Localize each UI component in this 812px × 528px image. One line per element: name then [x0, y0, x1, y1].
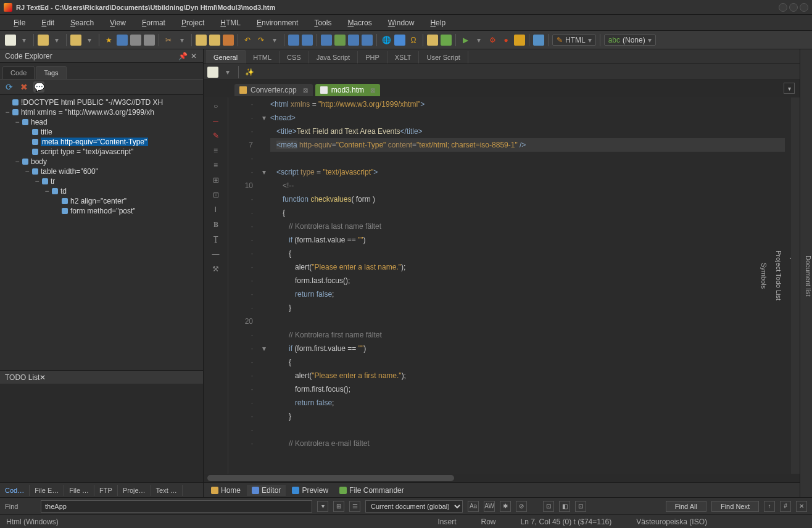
- undo-icon[interactable]: ↶: [242, 35, 253, 46]
- left-tab[interactable]: Text …: [151, 485, 183, 496]
- tool2-icon[interactable]: [334, 35, 346, 46]
- find-next-button[interactable]: Find Next: [711, 501, 759, 512]
- find-all-button[interactable]: Find All: [666, 501, 706, 512]
- menu-format[interactable]: Format: [136, 17, 172, 29]
- find-input[interactable]: [41, 500, 312, 513]
- left-tab[interactable]: Proje…: [118, 485, 151, 496]
- left-tab[interactable]: File …: [64, 485, 94, 496]
- menu-window[interactable]: Window: [382, 17, 421, 29]
- gutter-icon[interactable]: Ṯ: [211, 234, 221, 244]
- tree-node[interactable]: form method="post": [1, 206, 202, 216]
- dropdown-icon[interactable]: ▾: [269, 35, 280, 46]
- omega-icon[interactable]: Ω: [408, 35, 419, 46]
- view-tab-home[interactable]: Home: [206, 485, 246, 496]
- dropdown-icon[interactable]: ▾: [84, 35, 95, 46]
- whole-word-icon[interactable]: AW: [484, 501, 495, 512]
- wand-icon[interactable]: ✨: [244, 67, 255, 78]
- tree-node[interactable]: h2 align="center": [1, 196, 202, 206]
- todo-body[interactable]: [0, 384, 203, 482]
- find-icon[interactable]: [288, 35, 299, 46]
- left-tab[interactable]: Cod…: [0, 485, 30, 496]
- copy-icon[interactable]: [196, 35, 207, 46]
- match-case-icon[interactable]: Aa: [468, 501, 479, 512]
- tool4-icon[interactable]: [362, 35, 373, 46]
- replace-icon[interactable]: [302, 35, 313, 46]
- play-icon[interactable]: ▶: [460, 35, 471, 46]
- lang-tab-php[interactable]: PHP: [358, 51, 387, 64]
- find-scope-select[interactable]: Current document (global): [365, 500, 463, 513]
- macro-icon[interactable]: [514, 35, 525, 46]
- gutter-icon[interactable]: I: [211, 205, 221, 215]
- find-opt-icon[interactable]: ⊘: [516, 501, 527, 512]
- clipboard-icon[interactable]: [223, 35, 234, 46]
- dropdown-icon[interactable]: ▾: [51, 35, 62, 46]
- todo-close-icon[interactable]: ✕: [39, 373, 46, 382]
- gutter-icon[interactable]: ○: [211, 101, 221, 111]
- find-opt1-icon[interactable]: ⊞: [333, 501, 344, 512]
- tool5-icon[interactable]: [427, 35, 438, 46]
- find-up-icon[interactable]: ↑: [764, 501, 775, 512]
- find-opt2-icon[interactable]: ☰: [349, 501, 360, 512]
- dropdown-icon[interactable]: ▾: [176, 35, 188, 46]
- find-close-icon[interactable]: ✕: [796, 501, 807, 512]
- highlighter-dropdown[interactable]: abc (None) ▾: [604, 35, 656, 46]
- find-opt-icon[interactable]: ⊡: [543, 501, 554, 512]
- close-tab-icon[interactable]: ⊠: [370, 87, 375, 94]
- tree-node[interactable]: −html xmlns = "http://www.w3.org/1999/xh: [1, 107, 202, 117]
- language-dropdown[interactable]: ✎ HTML ▾: [552, 35, 596, 46]
- gutter-icon[interactable]: ✎: [211, 131, 221, 141]
- gutter-icon[interactable]: ─: [211, 116, 221, 126]
- minimap-scroll[interactable]: [791, 97, 800, 474]
- close-tab-icon[interactable]: ⊠: [303, 87, 308, 94]
- split-icon[interactable]: [533, 35, 544, 46]
- menu-project[interactable]: Project: [175, 17, 210, 29]
- view-tab-file-commander[interactable]: File Commander: [334, 485, 409, 496]
- new-doc-icon[interactable]: [207, 67, 218, 78]
- browser-icon[interactable]: [394, 35, 405, 46]
- gutter-icon[interactable]: ≡: [211, 160, 221, 170]
- tag-tree[interactable]: !DOCTYPE html PUBLIC "-//W3C//DTD XH−htm…: [0, 95, 203, 370]
- tree-node[interactable]: −body: [1, 157, 202, 167]
- minimize-button[interactable]: [779, 3, 787, 12]
- tree-node[interactable]: −tr: [1, 176, 202, 186]
- tree-node[interactable]: −table width="600": [1, 167, 202, 176]
- saveall-icon[interactable]: [117, 35, 128, 46]
- tree-node[interactable]: !DOCTYPE html PUBLIC "-//W3C//DTD XH: [1, 97, 202, 107]
- file-tab[interactable]: Converter.cpp⊠: [234, 84, 313, 96]
- find-count-icon[interactable]: #: [780, 501, 791, 512]
- lang-tab-java-script[interactable]: Java Script: [309, 51, 358, 64]
- file-tab[interactable]: mod3.htm⊠: [315, 84, 380, 96]
- horizontal-scrollbar[interactable]: [204, 474, 800, 482]
- view-tab-preview[interactable]: Preview: [287, 485, 333, 496]
- menu-help[interactable]: Help: [424, 17, 452, 29]
- tabs-dropdown-icon[interactable]: ▾: [784, 83, 795, 94]
- paste-icon[interactable]: [209, 35, 220, 46]
- gutter-icon[interactable]: ⊡: [211, 190, 221, 200]
- lang-tab-html[interactable]: HTML: [246, 51, 280, 64]
- cut-icon[interactable]: ✂: [163, 35, 174, 46]
- new-file-icon[interactable]: [5, 35, 16, 46]
- view-tab-editor[interactable]: Editor: [247, 485, 286, 496]
- dropdown-icon[interactable]: ▾: [19, 35, 30, 46]
- explorer-tab-tags[interactable]: Tags: [36, 66, 66, 79]
- tool6-icon[interactable]: [441, 35, 452, 46]
- tree-node[interactable]: −head: [1, 117, 202, 127]
- comment-icon[interactable]: 💬: [33, 81, 44, 93]
- explorer-tab-code[interactable]: Code: [2, 66, 35, 79]
- refresh-icon[interactable]: ⟳: [4, 81, 15, 93]
- menu-html[interactable]: HTML: [214, 17, 247, 29]
- find-opt-icon[interactable]: ◧: [559, 501, 570, 512]
- favorite-icon[interactable]: ★: [103, 35, 114, 46]
- menu-search[interactable]: Search: [64, 17, 100, 29]
- gutter-icon[interactable]: ≡: [211, 146, 221, 155]
- menu-edit[interactable]: Edit: [35, 17, 60, 29]
- open-icon[interactable]: [38, 35, 49, 46]
- tree-node[interactable]: meta http-equiv="Content-Type": [1, 137, 202, 147]
- code-editor[interactable]: ○ ─ ✎ ≡ ≡ ⊞ ⊡ I 𝐁 Ṯ — ⚒ ···7··10········…: [204, 97, 800, 474]
- close-button[interactable]: [800, 3, 808, 12]
- globe-icon[interactable]: 🌐: [381, 35, 392, 46]
- print-icon[interactable]: [130, 35, 141, 46]
- lang-tab-xslt[interactable]: XSLT: [387, 51, 420, 64]
- save-icon[interactable]: [70, 35, 81, 46]
- tree-node[interactable]: −td: [1, 186, 202, 196]
